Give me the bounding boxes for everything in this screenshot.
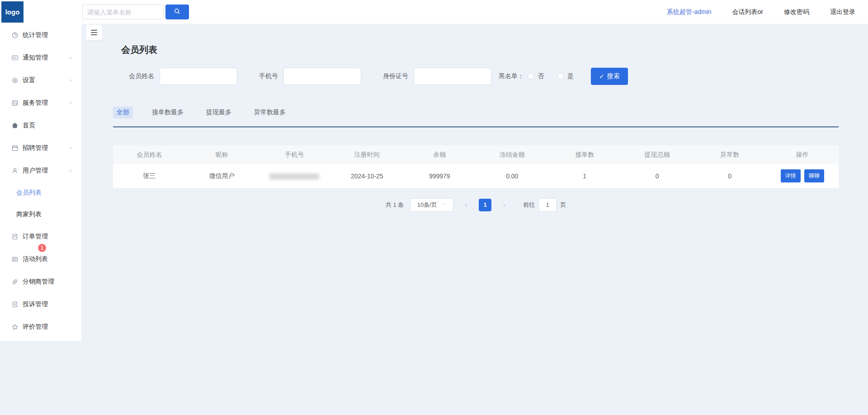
session-list-link[interactable]: 会话列表or	[732, 8, 763, 16]
activity-icon	[11, 256, 19, 263]
sidebar-item-label: 首页	[23, 121, 35, 130]
menu-search	[82, 5, 189, 19]
message-icon	[11, 54, 19, 61]
pagination: 共 1 条 10条/页 ‹ 1 › 前往 页	[113, 198, 839, 212]
blacklist-no-radio[interactable]	[528, 73, 534, 79]
cell-order-count: 1	[548, 164, 621, 188]
detail-button[interactable]: 详情	[781, 169, 801, 182]
sidebar-item-home[interactable]: 首页	[0, 114, 81, 137]
complaint-icon	[11, 301, 19, 308]
orders-badge: 1	[38, 244, 46, 252]
sidebar-item-users[interactable]: 用户管理	[0, 159, 81, 182]
goto-page-input[interactable]	[538, 198, 557, 212]
chevron-down-icon	[68, 55, 73, 61]
logout-link[interactable]: 退出登录	[830, 8, 855, 16]
calendar-icon	[11, 145, 19, 152]
sidebar-item-orders[interactable]: 订单管理 1	[0, 225, 81, 248]
sidebar-item-complaints[interactable]: 投诉管理	[0, 293, 81, 316]
sidebar-item-label: 设置	[23, 76, 35, 84]
chevron-down-icon	[442, 201, 447, 208]
chevron-down-icon	[68, 100, 73, 106]
col-register-date: 注册时间	[331, 145, 404, 164]
home-icon	[11, 122, 19, 129]
member-table: 会员姓名 昵称 手机号 注册时间 余额 冻结金额 接单数 提现总额 异常数 操作	[113, 145, 839, 188]
cell-balance: 999979	[403, 164, 476, 188]
blacklist-no-label[interactable]: 否	[538, 72, 544, 80]
tab-most-withdrawals[interactable]: 提现最多	[203, 107, 235, 118]
sidebar-item-settings[interactable]: 设置	[0, 69, 81, 92]
phone-label: 手机号	[259, 72, 278, 80]
col-frozen-amount: 冻结金额	[476, 145, 549, 164]
col-actions: 操作	[766, 145, 839, 164]
main-content: 会员列表 会员姓名 手机号 身份证号 黑名单： 否 是 ✓ 搜索 全部 接单数最…	[81, 24, 868, 415]
search-button[interactable]: ✓ 搜索	[591, 68, 628, 85]
blacklist-label: 黑名单：	[499, 72, 524, 80]
filter-tabs: 全部 接单数最多 提现最多 异常数最多	[113, 107, 839, 127]
sidebar-item-label: 订单管理	[23, 233, 48, 241]
pie-chart-icon	[11, 32, 19, 39]
menu-search-input[interactable]	[82, 5, 164, 19]
sidebar-item-label: 用户管理	[23, 167, 48, 175]
table-row: 张三 微信用户 2024-10-25 999979 0.00 1 0 0 详情 …	[113, 164, 839, 188]
goto-suffix: 页	[560, 201, 566, 209]
star-icon	[11, 323, 19, 331]
total-count: 共 1 条	[386, 201, 404, 209]
current-user-link[interactable]: 系统超管-admin	[667, 8, 712, 16]
check-icon: ✓	[599, 73, 604, 80]
chevron-down-icon	[68, 78, 73, 83]
page-number-1[interactable]: 1	[479, 199, 491, 211]
goto-label: 前往	[523, 201, 535, 209]
member-table-card: 会员姓名 昵称 手机号 注册时间 余额 冻结金额 接单数 提现总额 异常数 操作	[113, 145, 839, 188]
col-order-count: 接单数	[548, 145, 621, 164]
sidebar-item-label: 通知管理	[23, 54, 48, 62]
change-password-link[interactable]: 修改密码	[784, 8, 809, 16]
page-title: 会员列表	[121, 44, 839, 56]
id-card-input[interactable]	[414, 68, 491, 85]
member-name-input[interactable]	[160, 68, 237, 85]
col-balance: 余额	[403, 145, 476, 164]
next-page-button[interactable]: ›	[498, 199, 510, 211]
cell-register-date: 2024-10-25	[331, 164, 404, 188]
sidebar-item-label: 招聘管理	[23, 144, 48, 152]
sidebar-item-label: 评价管理	[23, 323, 48, 331]
sidebar-item-services[interactable]: 服务管理	[0, 92, 81, 114]
sidebar-item-notifications[interactable]: 通知管理	[0, 47, 81, 69]
menu-search-button[interactable]	[165, 5, 189, 19]
chevron-up-icon	[68, 168, 73, 173]
order-icon	[11, 233, 19, 240]
id-card-label: 身份证号	[383, 72, 408, 80]
redacted-phone	[269, 173, 319, 180]
tab-most-orders[interactable]: 接单数最多	[148, 107, 187, 118]
tab-all[interactable]: 全部	[113, 107, 133, 118]
collapse-sidebar-button[interactable]	[86, 25, 102, 40]
col-nickname: 昵称	[186, 145, 259, 164]
sidebar-item-distributors[interactable]: 分销商管理	[0, 270, 81, 293]
page-size-select[interactable]: 10条/页	[410, 198, 453, 212]
topbar-right: 系统超管-admin 会话列表or 修改密码 退出登录	[667, 8, 855, 16]
chat-button[interactable]: 聊聊	[804, 169, 824, 182]
sidebar-subitem-merchant-list[interactable]: 商家列表	[0, 204, 81, 225]
cell-actions: 详情 聊聊	[766, 164, 839, 188]
tab-most-abnormal[interactable]: 异常数最多	[250, 107, 289, 118]
cell-phone	[258, 164, 331, 188]
sidebar: 统计管理 通知管理 设置 服务管理	[0, 24, 81, 341]
blacklist-filter: 黑名单： 否 是	[499, 72, 584, 80]
phone-input[interactable]	[283, 68, 361, 85]
logo-text: logo	[5, 8, 20, 16]
col-withdraw-total: 提现总额	[621, 145, 694, 164]
goto-page: 前往 页	[523, 198, 566, 212]
cell-member-name: 张三	[113, 164, 186, 188]
col-abnormal-count: 异常数	[693, 145, 766, 164]
sidebar-item-recruitment[interactable]: 招聘管理	[0, 137, 81, 159]
gear-icon	[11, 77, 19, 84]
cell-frozen-amount: 0.00	[476, 164, 549, 188]
sidebar-subitem-member-list[interactable]: 会员列表	[0, 182, 81, 204]
prev-page-button[interactable]: ‹	[460, 199, 472, 211]
sidebar-item-statistics[interactable]: 统计管理	[0, 24, 81, 47]
blacklist-yes-label[interactable]: 是	[567, 72, 574, 80]
col-phone: 手机号	[258, 145, 331, 164]
sidebar-item-label: 统计管理	[23, 31, 48, 39]
blacklist-yes-radio[interactable]	[557, 73, 564, 79]
sidebar-item-reviews[interactable]: 评价管理	[0, 316, 81, 338]
col-member-name: 会员姓名	[113, 145, 186, 164]
